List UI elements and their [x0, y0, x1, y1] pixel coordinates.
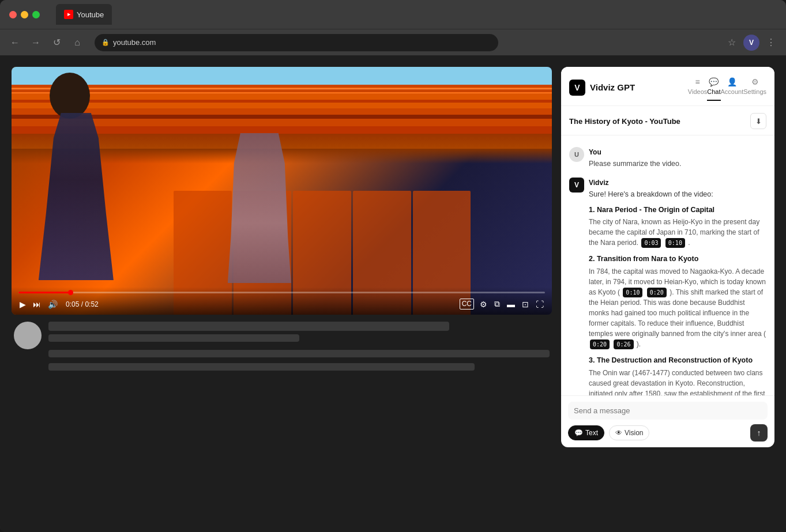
traffic-lights	[9, 11, 40, 18]
url-text: youtube.com	[113, 38, 156, 47]
send-button[interactable]: ↑	[750, 424, 768, 442]
user-message: U You Please summarize the video.	[569, 147, 766, 169]
channel-name-skeleton	[48, 334, 299, 342]
video-meta	[12, 322, 552, 371]
figure-head-left	[50, 73, 90, 119]
miniplayer-button[interactable]: ⧉	[493, 298, 501, 310]
refresh-button[interactable]: ↺	[48, 35, 65, 51]
lock-icon: 🔒	[101, 39, 110, 46]
youtube-side: ▶ ⏭ 🔊 0:05 / 0:52 CC ⚙ ⧉ ▬ ⊡ ⛶	[12, 67, 552, 371]
chip-010-2[interactable]: 0:10	[623, 288, 642, 297]
video-controls: ▶ ⏭ 🔊 0:05 / 0:52 CC ⚙ ⧉ ▬ ⊡ ⛶	[12, 287, 552, 315]
chat-label: Chat	[707, 88, 720, 95]
desc-skeleton-1	[48, 350, 550, 357]
nav-item-chat[interactable]: 💬 Chat	[707, 74, 720, 101]
settings-label: Settings	[743, 88, 766, 95]
close-button[interactable]	[9, 11, 17, 18]
ai-message-content: Vidviz Sure! Here's a breakdown of the v…	[589, 178, 766, 395]
chip-003[interactable]: 0:03	[641, 238, 661, 248]
text-mode-label: Text	[585, 429, 598, 437]
chip-020-1[interactable]: 0:20	[647, 288, 667, 297]
user-avatar: U	[569, 147, 584, 162]
divider	[561, 135, 774, 135]
video-player[interactable]: ▶ ⏭ 🔊 0:05 / 0:52 CC ⚙ ⧉ ▬ ⊡ ⛶	[12, 67, 552, 315]
controls-row: ▶ ⏭ 🔊 0:05 / 0:52 CC ⚙ ⧉ ▬ ⊡ ⛶	[18, 298, 545, 310]
account-icon: 👤	[727, 77, 737, 86]
controls-right: CC ⚙ ⧉ ▬ ⊡ ⛶	[460, 298, 545, 310]
gpt-video-title: The History of Kyoto - YouTube	[569, 117, 750, 126]
input-footer: 💬 Text 👁 Vision ↑	[568, 424, 768, 442]
video-info	[48, 322, 550, 371]
nav-item-videos[interactable]: ≡ Videos	[688, 74, 707, 101]
figure-right	[228, 133, 291, 283]
gpt-logo-row: V Vidviz GPT ≡ Videos 💬 Chat �	[569, 74, 766, 101]
settings-button[interactable]: ⚙	[479, 299, 488, 310]
toolbar-right: ☆ V ⋮	[724, 35, 779, 51]
nav-item-account[interactable]: 👤 Account	[721, 74, 744, 101]
content-area: ▶ ⏭ 🔊 0:05 / 0:52 CC ⚙ ⧉ ▬ ⊡ ⛶	[0, 55, 786, 532]
gpt-panel: V Vidviz GPT ≡ Videos 💬 Chat �	[561, 67, 774, 447]
time-display: 0:05 / 0:52	[66, 300, 99, 308]
home-button[interactable]: ⌂	[69, 35, 85, 51]
cast-button[interactable]: ⊡	[521, 299, 530, 310]
chip-010-1[interactable]: 0:10	[665, 238, 685, 248]
back-button[interactable]: ←	[7, 35, 23, 51]
vision-mode-icon: 👁	[615, 429, 622, 437]
progress-fill	[18, 292, 71, 293]
ai-avatar: V	[569, 178, 584, 193]
vision-mode-label: Vision	[625, 429, 643, 437]
browser-toolbar: ← → ↺ ⌂ 🔒 youtube.com ☆ V ⋮	[0, 29, 786, 55]
gpt-header: V Vidviz GPT ≡ Videos 💬 Chat �	[561, 67, 774, 106]
theater-button[interactable]: ▬	[506, 299, 516, 310]
more-button[interactable]: ⋮	[763, 35, 779, 51]
gpt-logo: V Vidviz GPT	[569, 80, 635, 96]
minimize-button[interactable]	[21, 11, 28, 18]
fullscreen-button[interactable]: ⛶	[535, 299, 545, 310]
youtube-favicon	[64, 10, 73, 19]
tab-area: Youtube	[56, 4, 112, 25]
section-3-text: The Onin war (1467-1477) conducted betwe…	[589, 368, 766, 395]
nav-item-settings[interactable]: ⚙ Settings	[743, 74, 766, 101]
user-message-content: You Please summarize the video.	[589, 147, 766, 169]
address-bar[interactable]: 🔒 youtube.com	[95, 34, 498, 51]
desc-skeleton-2	[48, 363, 475, 371]
gpt-input-area: 💬 Text 👁 Vision ↑	[561, 395, 774, 447]
section-3-title: 3. The Destruction and Reconstruction of…	[589, 355, 766, 366]
cc-button[interactable]: CC	[460, 299, 474, 310]
title-bar: Youtube	[0, 0, 786, 29]
ai-message: V Vidviz Sure! Here's a breakdown of the…	[569, 178, 766, 395]
profile-button[interactable]: V	[743, 35, 759, 51]
text-mode-button[interactable]: 💬 Text	[568, 425, 604, 440]
play-button[interactable]: ▶	[18, 299, 27, 310]
download-button[interactable]: ⬇	[750, 113, 766, 129]
breakdown-intro: Sure! Here's a breakdown of the video:	[589, 189, 766, 200]
bookmark-button[interactable]: ☆	[724, 35, 740, 51]
forward-button[interactable]: →	[28, 35, 44, 51]
user-message-text: Please summarize the video.	[589, 159, 766, 169]
user-author: You	[589, 147, 766, 157]
gpt-messages: U You Please summarize the video. V Vidv…	[561, 142, 774, 395]
videos-icon: ≡	[695, 77, 699, 86]
message-input[interactable]	[574, 406, 762, 415]
videos-label: Videos	[688, 88, 707, 95]
volume-button[interactable]: 🔊	[47, 299, 59, 310]
gpt-title-bar: The History of Kyoto - YouTube ⬇	[561, 106, 774, 133]
video-thumbnail	[12, 67, 552, 315]
settings-icon: ⚙	[751, 77, 759, 86]
maximize-button[interactable]	[32, 11, 40, 18]
browser-window: Youtube ← → ↺ ⌂ 🔒 youtube.com ☆ V ⋮	[0, 0, 786, 532]
next-button[interactable]: ⏭	[32, 299, 42, 310]
chip-020-2[interactable]: 0:20	[590, 339, 610, 349]
chip-026-1[interactable]: 0:26	[614, 339, 633, 349]
vision-mode-button[interactable]: 👁 Vision	[609, 425, 649, 440]
message-input-row	[568, 402, 768, 420]
vidviz-logo-icon: V	[569, 80, 585, 96]
chat-icon: 💬	[709, 77, 719, 86]
browser-tab[interactable]: Youtube	[56, 4, 112, 25]
gpt-logo-text: Vidviz GPT	[590, 82, 635, 92]
section-2-title: 2. Transition from Nara to Kyoto	[589, 254, 766, 265]
section-1-title: 1. Nara Period - The Origin of Capital	[589, 205, 766, 216]
gpt-nav: ≡ Videos 💬 Chat 👤 Account ⚙	[688, 74, 766, 101]
progress-bar[interactable]	[18, 292, 545, 293]
progress-dot	[68, 290, 73, 295]
